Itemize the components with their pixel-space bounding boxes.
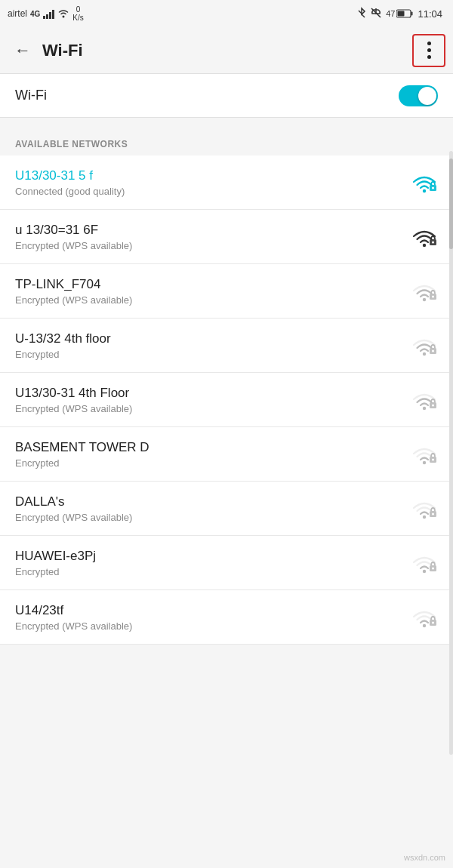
wifi-icon-4 [411,389,438,411]
wifi-toggle-label: Wi-Fi [15,88,47,103]
network-name-2: TP-LINK_F704 [15,276,403,293]
network-list: U13/30-31 5 f Connected (good quality) u… [0,155,453,645]
network-status-6: Encrypted (WPS available) [15,512,403,523]
wifi-icon-2 [411,280,438,303]
network-status-0: Connected (good quality) [15,186,403,197]
svg-point-27 [432,567,434,569]
svg-point-30 [432,621,434,623]
carrier-label: airtel [8,8,27,19]
svg-point-15 [432,349,434,352]
network-status-2: Encrypted (WPS available) [15,294,403,306]
silent-icon [371,8,381,20]
svg-point-12 [432,295,434,297]
network-item-1[interactable]: u 13/30=31 6F Encrypted (WPS available) [0,210,453,264]
svg-point-18 [432,404,434,406]
network-item-3[interactable]: U-13/32 4th floor Encrypted [0,319,453,373]
status-bar: airtel 4G 0 K/s [0,0,453,27]
network-name-0: U13/30-31 5 f [15,168,403,184]
network-item-4[interactable]: U13/30-31 4th Floor Encrypted (WPS avail… [0,373,453,427]
menu-dot-3 [427,55,431,59]
wifi-icon-6 [411,497,438,520]
menu-dot-1 [427,42,431,45]
available-networks-header: AVAILABLE NETWORKS [0,125,453,155]
overflow-menu-button[interactable] [412,34,445,67]
network-item-5[interactable]: BASEMENT TOWER D Encrypted [0,427,453,482]
network-name-3: U-13/32 4th floor [15,331,403,347]
network-status-1: Encrypted (WPS available) [15,240,403,251]
menu-dot-2 [427,48,431,52]
svg-point-4 [423,189,426,192]
svg-point-13 [423,352,426,355]
svg-point-21 [432,458,434,460]
wifi-icon-1 [411,226,438,248]
network-item-8[interactable]: U14/23tf Encrypted (WPS available) [0,590,453,645]
wifi-icon-8 [411,606,438,629]
network-name-4: U13/30-31 4th Floor [15,385,403,402]
separator [0,118,453,125]
network-name-8: U14/23tf [15,602,403,619]
svg-point-22 [423,515,426,518]
time-label: 11:04 [418,8,442,20]
svg-point-19 [423,460,426,463]
svg-rect-3 [398,11,405,17]
scrollbar[interactable] [449,151,453,755]
network-status-5: Encrypted [15,457,403,469]
network-info-5: BASEMENT TOWER D Encrypted [15,439,403,469]
bluetooth-icon [357,7,366,21]
svg-point-7 [423,243,426,246]
header: ← Wi-Fi [0,27,453,74]
network-info-6: DALLA's Encrypted (WPS available) [15,494,403,523]
wifi-icon-5 [411,443,438,466]
wifi-status-icon [57,8,69,20]
network-item-2[interactable]: TP-LINK_F704 Encrypted (WPS available) [0,264,453,319]
network-type: 4G [30,10,40,18]
status-left: airtel 4G 0 K/s [8,5,84,22]
svg-point-25 [423,569,426,572]
scrollbar-thumb [449,159,453,249]
svg-point-9 [432,241,434,243]
svg-point-10 [423,297,426,300]
battery-level: 47 [386,9,395,18]
network-name-6: DALLA's [15,494,403,510]
network-info-8: U14/23tf Encrypted (WPS available) [15,602,403,632]
battery-icon: 47 [386,9,413,18]
network-info-2: TP-LINK_F704 Encrypted (WPS available) [15,276,403,306]
wifi-icon-7 [411,552,438,574]
page-title: Wi-Fi [42,41,412,60]
status-right: 47 11:04 [357,7,442,21]
watermark: wsxdn.com [404,853,445,862]
wifi-icon-3 [411,334,438,357]
network-item-0[interactable]: U13/30-31 5 f Connected (good quality) [0,155,453,210]
toggle-knob [418,87,436,105]
network-info-3: U-13/32 4th floor Encrypted [15,331,403,360]
signal-bars [43,8,54,19]
network-name-1: u 13/30=31 6F [15,222,403,239]
svg-point-6 [432,186,434,189]
network-name-7: HUAWEI-e3Pj [15,548,403,565]
network-info-0: U13/30-31 5 f Connected (good quality) [15,168,403,197]
wifi-toggle-row: Wi-Fi [0,74,453,118]
network-item-7[interactable]: HUAWEI-e3Pj Encrypted [0,536,453,590]
data-speed: 0 K/s [72,5,83,22]
network-info-7: HUAWEI-e3Pj Encrypted [15,548,403,577]
svg-point-0 [63,15,65,17]
network-status-4: Encrypted (WPS available) [15,403,403,414]
back-button[interactable]: ← [8,35,38,66]
network-status-8: Encrypted (WPS available) [15,620,403,632]
network-item-6[interactable]: DALLA's Encrypted (WPS available) [0,482,453,536]
network-info-1: u 13/30=31 6F Encrypted (WPS available) [15,222,403,251]
network-status-3: Encrypted [15,349,403,360]
wifi-toggle[interactable] [399,85,438,106]
svg-rect-2 [411,12,413,16]
network-info-4: U13/30-31 4th Floor Encrypted (WPS avail… [15,385,403,414]
network-name-5: BASEMENT TOWER D [15,439,403,456]
svg-point-24 [432,512,434,515]
svg-point-16 [423,406,426,409]
wifi-icon-0 [411,171,438,194]
svg-point-28 [423,623,426,626]
network-status-7: Encrypted [15,566,403,577]
